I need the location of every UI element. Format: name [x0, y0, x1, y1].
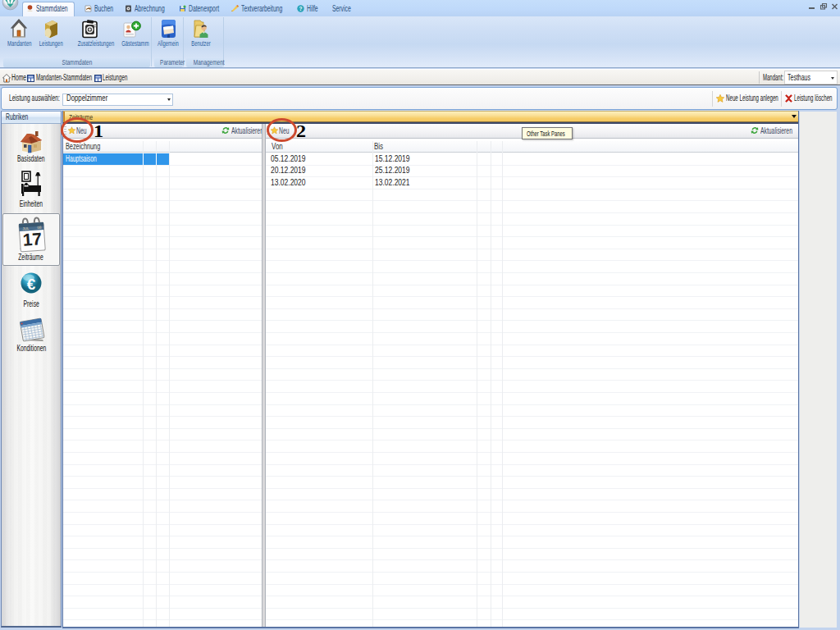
svg-text:€: €	[27, 276, 36, 293]
svg-text:?: ?	[299, 6, 303, 11]
svg-text:17: 17	[22, 229, 43, 249]
